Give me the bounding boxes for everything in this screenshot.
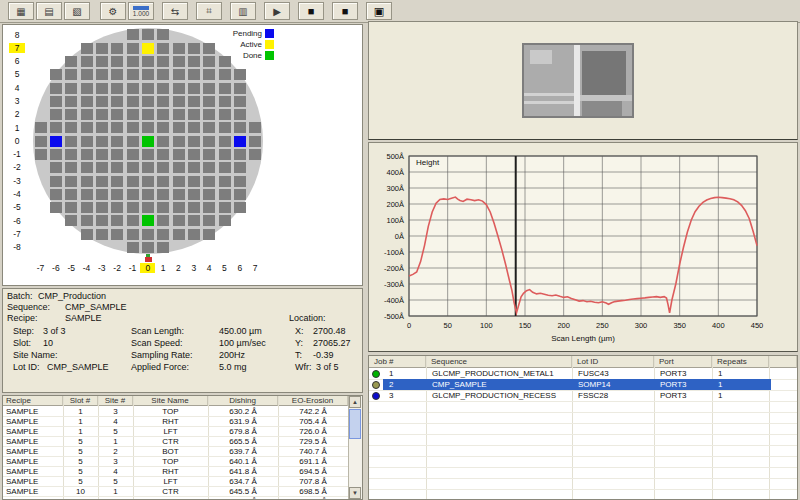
cell-dishing: 679.8 Å [208,426,278,436]
report-view-button[interactable]: ▧ [64,2,90,20]
column-header-dishing[interactable]: Dishing [208,396,278,406]
wafer-die [81,83,93,94]
wafer-x-label: 5 [217,263,232,273]
wafer-die [173,56,185,67]
column-header-eo-erosion[interactable]: EO-Erosion [278,396,348,406]
y-value: 27065.27 [313,338,351,348]
job-row[interactable]: 2CMP_SAMPLESOMP14PORT31 [369,379,797,390]
slot-value: 10 [43,338,53,348]
wafer-die [173,96,185,107]
wafer-die [127,122,139,133]
wafer-site-pending[interactable] [50,136,62,147]
transfer-button[interactable]: ⇆ [162,2,188,20]
wafer-die [81,229,93,240]
wafer-map-button[interactable]: ▦ [8,2,34,20]
job-row[interactable]: 1GLCMP_PRODUCTION_METAL1FUSC43PORT31 [369,368,797,379]
scale-indicator-bar [133,6,149,10]
cell-slot-: 1 [63,416,98,426]
wafer-die [188,149,200,160]
cell-site-name: RHT [133,416,208,426]
wafer-y-label: 6 [9,56,25,66]
wafer-die [81,136,93,147]
column-header-sequence[interactable]: Sequence [426,356,572,368]
wafer-die [142,56,154,67]
cell-site-: 3 [98,456,133,466]
wafer-die [81,96,93,107]
scroll-down-button[interactable]: ▼ [349,487,361,499]
cell-recipe: SAMPLE [3,426,63,436]
wafer-die [111,136,123,147]
column-header-job-[interactable]: Job # [369,356,426,368]
column-header-site-name[interactable]: Site Name [133,396,208,406]
wafer-die [111,69,123,80]
table-row-divider [369,423,797,424]
wafer-y-label: 4 [9,83,25,93]
wafer-y-label: 1 [9,123,25,133]
column-header-lot-id[interactable]: Lot ID [572,356,654,368]
application-window: { "toolbar": { "buttons": [ {"name":"waf… [0,0,800,500]
cell-eo-erosion: 729.5 Å [278,436,348,446]
wafer-die [127,215,139,226]
column-header-repeats[interactable]: Repeats [712,356,769,368]
column-header-port[interactable]: Port [654,356,712,368]
table-row[interactable]: SAMPLE51CTR665.5 Å729.5 Å [3,436,348,446]
wafer-die [234,122,246,133]
column-header-recipe[interactable]: Recipe [3,396,63,406]
table-row[interactable]: SAMPLE55LFT634.7 Å707.8 Å [3,476,348,486]
wafer-site-done[interactable] [142,215,154,226]
wafer-die [127,69,139,80]
table-row[interactable]: SAMPLE15LFT679.8 Å726.0 Å [3,426,348,436]
stop-button[interactable]: ■ [298,2,324,20]
abort-button[interactable]: ▣ [366,2,392,20]
wafer-die [111,149,123,160]
wafer-y-label: -2 [9,162,25,172]
y-tick-label: 100Å [369,216,404,225]
cell-site-: 3 [98,406,133,416]
wafer-die [188,96,200,107]
table-row[interactable]: SAMPLE101CTR645.5 Å698.5 Å [3,486,348,496]
table-row[interactable]: SAMPLE53TOP640.1 Å691.1 Å [3,456,348,466]
scale-button[interactable]: 1.000 [128,2,154,20]
wafer-die [65,162,77,173]
wafer-die [203,83,215,94]
scroll-up-button[interactable]: ▲ [349,396,361,408]
wafer-site-active[interactable] [142,43,154,54]
wafer-site-done[interactable] [142,136,154,147]
wafer-die [50,149,62,160]
column-header-site-[interactable]: Site # [98,396,133,406]
wafer-die [234,109,246,120]
table-row[interactable]: SAMPLE14RHT631.9 Å705.4 Å [3,416,348,426]
tools-button[interactable]: ⚙ [100,2,126,20]
cell-dishing: 634.7 Å [208,476,278,486]
results-scrollbar-thumb[interactable] [349,409,361,439]
tools-button-icon: ⚙ [109,6,118,17]
wafer-die [219,109,231,120]
cell-job: 3 [383,390,426,401]
profile-view-button[interactable]: ▤ [36,2,62,20]
wafer-die [65,56,77,67]
column-header-slot-[interactable]: Slot # [63,396,98,406]
y-label: Y: [295,338,303,348]
t-value: -0.39 [313,350,334,360]
legend-label: Done [243,51,262,60]
run-button[interactable]: ▶ [264,2,290,20]
cell-site-name: LFT [133,476,208,486]
report-view-button-icon: ▧ [72,6,81,17]
recipe-button[interactable]: ▥ [230,2,256,20]
table-row[interactable]: SAMPLE102BOT648.3 Å701.2 Å [3,496,348,500]
wafer-die [173,43,185,54]
wafer-die [234,83,246,94]
cell-dishing: 630.2 Å [208,406,278,416]
wafer-die [203,122,215,133]
halt-button[interactable]: ■ [332,2,358,20]
wafer-die [188,122,200,133]
micrograph-pad-bottom [582,101,622,116]
align-button[interactable]: ⌗ [196,2,222,20]
wafer-site-pending[interactable] [234,136,246,147]
table-row[interactable]: SAMPLE54RHT641.8 Å694.5 Å [3,466,348,476]
batch-value: CMP_Production [38,291,106,301]
table-row[interactable]: SAMPLE52BOT639.7 Å740.7 Å [3,446,348,456]
wafer-die [203,189,215,200]
job-row[interactable]: 3GLCMP_PRODUCTION_RECESSFSSC28PORT31 [369,390,797,401]
table-row[interactable]: SAMPLE13TOP630.2 Å742.2 Å [3,406,348,416]
